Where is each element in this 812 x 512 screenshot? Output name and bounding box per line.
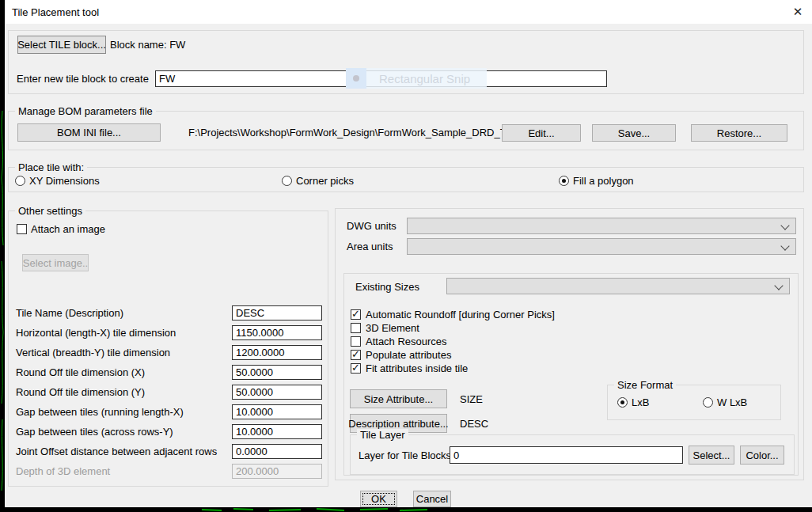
cad-artifact-bottom [198,507,435,512]
field-row-vertical-dim: Vertical (breadth-Y) tile dimension [16,345,328,360]
gap-y-input[interactable] [232,424,322,439]
roundoff-y-label: Round Off tile dimension (Y) [16,386,145,398]
checkbox-row-auto-roundoff: Automatic Roundoff [during Corner Picks] [351,309,555,320]
description-attribute-value: DESC [460,418,488,430]
radio-xy-dimensions[interactable] [15,176,25,186]
field-row-roundoff-y: Round Off tile dimension (Y) [16,385,328,400]
edit-button[interactable]: Edit... [502,124,581,142]
screen: { "window": { "title": "Tile Placement t… [0,0,812,512]
radio-fill-polygon[interactable] [559,176,569,186]
size-format-group: Size Format LxB W LxB [607,385,781,420]
dwg-units-select[interactable] [407,218,796,234]
size-attribute-button[interactable]: Size Attribute... [350,389,447,408]
ok-button[interactable]: OK [360,491,397,507]
fit-attributes-checkbox[interactable] [351,363,361,374]
joint-offset-input[interactable] [232,444,322,459]
new-block-input[interactable] [155,70,607,87]
field-row-joint-offset: Joint Offset distance between adjacent r… [16,444,328,459]
block-name-label: Block name: FW [110,39,185,51]
area-units-label: Area units [347,241,393,252]
chevron-down-icon [780,221,789,229]
roundoff-x-input[interactable] [232,365,322,380]
size-attribute-value: SIZE [460,393,483,405]
right-settings-group: DWG units Area units Existing Sizes Auto… [335,208,804,480]
populate-attributes-checkbox[interactable] [351,350,361,360]
attach-image-checkbox[interactable] [17,224,27,234]
tile-layer-group: Tile Layer Layer for Tile Blocks Select.… [350,434,795,475]
existing-sizes-select[interactable] [446,278,790,294]
bom-file-path: F:\Projects\Workshop\FormWork_Design\For… [188,127,546,138]
close-icon[interactable]: ✕ [788,3,807,21]
roundoff-x-label: Round Off tile dimension (X) [16,366,145,378]
new-block-label: Enter new tile block to create [17,73,149,85]
window-title: Tile Placement tool [12,6,99,18]
tile-name-input[interactable] [232,305,322,320]
save-button[interactable]: Save... [592,124,676,142]
restore-button[interactable]: Restore... [691,124,787,142]
attach-resources-label: Attach Resources [366,336,447,347]
populate-attributes-label: Populate attributes [366,349,451,361]
title-bar: Tile Placement tool ✕ [5,0,812,24]
bom-group-title: Manage BOM parameters file [15,105,156,117]
select-tile-block-button[interactable]: Select TILE block... [17,36,106,54]
size-format-lxb-label: LxB [632,396,649,408]
select-image-button[interactable]: Select image.. [22,254,89,271]
field-row-roundoff-x: Round Off tile dimension (X) [16,365,328,380]
tile-name-label: Tile Name (Description) [16,307,123,319]
sizes-group: Existing Sizes Automatic Roundoff [durin… [343,273,799,476]
area-units-select[interactable] [407,238,796,255]
radio-corner-picks[interactable] [282,176,292,186]
attach-resources-checkbox[interactable] [351,336,361,347]
radio-size-format-wlxb[interactable] [703,397,713,408]
auto-roundoff-label: Automatic Roundoff [during Corner Picks] [366,309,555,320]
gap-y-label: Gap between tiles (across rows-Y) [16,426,173,438]
checkbox-row-fit-attributes: Fit attributes inside tile [351,362,555,374]
other-settings-group-title: Other settings [15,205,85,217]
size-format-group-title: Size Format [614,379,676,391]
layer-select-button[interactable]: Select... [689,446,734,465]
block-group: Select TILE block... Block name: FW Ente… [8,30,804,94]
size-format-wlxb-label: W LxB [717,396,747,408]
gap-x-label: Gap between tiles (running length-X) [16,406,184,418]
place-tile-group: Place tile with: XY Dimensions Corner pi… [8,167,804,192]
radio-size-format-lxb[interactable] [617,397,628,408]
three-d-element-checkbox[interactable] [351,323,361,333]
auto-roundoff-checkbox[interactable] [351,309,361,320]
dwg-units-label: DWG units [347,220,397,232]
roundoff-y-input[interactable] [232,385,322,400]
field-row-gap-y: Gap between tiles (across rows-Y) [16,424,328,439]
tile-parameter-fields: Tile Name (Description) Horizontal (leng… [16,305,328,484]
bom-group: Manage BOM parameters file BOM INI file.… [8,111,804,150]
radio-xy-dimensions-label: XY Dimensions [29,175,100,187]
layer-for-tile-blocks-label: Layer for Tile Blocks [359,449,451,461]
fit-attributes-label: Fit attributes inside tile [366,362,468,374]
checkbox-row-3d-element: 3D Element [351,322,555,333]
joint-offset-label: Joint Offset distance between adjacent r… [16,446,217,457]
checkbox-row-populate-attributes: Populate attributes [351,349,555,360]
place-tile-group-title: Place tile with: [15,161,87,173]
vertical-dim-label: Vertical (breadth-Y) tile dimension [16,347,170,358]
tile-layer-group-title: Tile Layer [357,429,408,441]
chevron-down-icon [774,281,783,290]
field-row-horizontal-dim: Horizontal (length-X) tile dimension [16,325,328,340]
field-row-tile-name: Tile Name (Description) [16,305,328,320]
layer-input[interactable] [450,446,683,464]
gap-x-input[interactable] [232,404,322,419]
layer-color-button[interactable]: Color... [740,446,784,465]
depth-3d-label: Depth of 3D element [16,465,110,477]
vertical-dim-input[interactable] [232,345,322,360]
existing-sizes-label: Existing Sizes [355,281,419,293]
cancel-button[interactable]: Cancel [413,491,451,507]
field-row-gap-x: Gap between tiles (running length-X) [16,404,328,419]
field-row-depth-3d: Depth of 3D element [16,464,328,479]
horizontal-dim-input[interactable] [232,325,322,340]
radio-corner-picks-label: Corner picks [296,175,354,187]
radio-fill-polygon-label: Fill a polygon [573,175,634,187]
attach-image-label: Attach an image [31,223,105,235]
depth-3d-input[interactable] [232,464,322,479]
horizontal-dim-label: Horizontal (length-X) tile dimension [16,327,176,339]
chevron-down-icon [780,241,789,250]
bom-ini-file-button[interactable]: BOM INI file... [17,123,161,142]
three-d-element-label: 3D Element [366,322,419,334]
tile-placement-dialog: Tile Placement tool ✕ Select TILE block.… [5,0,812,507]
